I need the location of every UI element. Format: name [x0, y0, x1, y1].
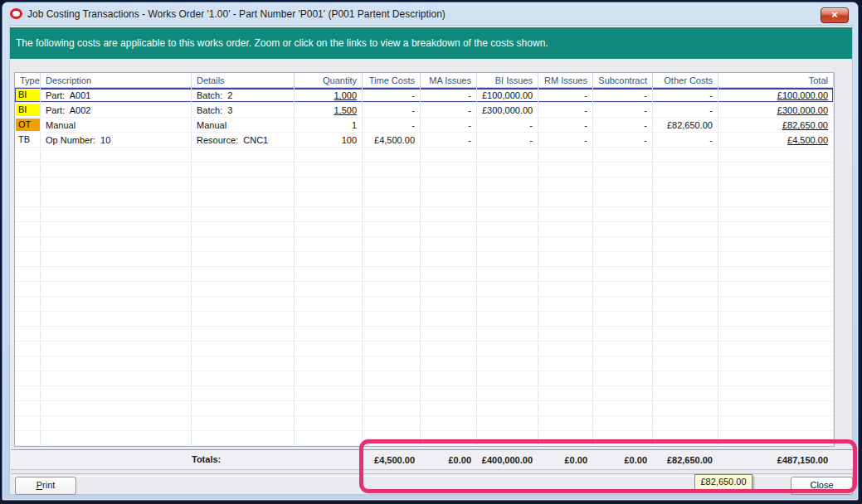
quantity-link[interactable]: 1,500	[334, 105, 357, 115]
empty-cell	[477, 267, 538, 282]
quantity-link[interactable]: 1,000	[334, 90, 357, 100]
empty-cell	[363, 356, 421, 371]
empty-cell	[477, 148, 538, 162]
empty-cell	[593, 356, 653, 371]
cell-rm_issues: -	[538, 133, 593, 148]
empty-cell	[718, 237, 834, 252]
cell-subcontract: -	[593, 118, 653, 133]
column-header-time_costs: Time Costs	[363, 73, 421, 88]
empty-cell	[421, 431, 477, 446]
empty-cell	[718, 267, 834, 282]
empty-cell	[421, 148, 477, 162]
window-close-button[interactable]: ×	[821, 7, 849, 23]
empty-cell	[593, 386, 653, 401]
empty-cell	[295, 177, 363, 192]
empty-cell	[41, 312, 192, 327]
cell-quantity: 1,000	[295, 88, 363, 103]
cell-time_costs: £4,500.00	[363, 133, 421, 148]
empty-cell	[538, 282, 593, 297]
total-link[interactable]: £100,000.00	[777, 90, 828, 100]
empty-cell	[363, 342, 421, 356]
empty-cell	[363, 177, 421, 192]
empty-cell	[295, 252, 363, 267]
empty-cell	[295, 162, 363, 177]
cell-description: Part: A002	[41, 103, 192, 118]
cell-total: £4,500.00	[718, 133, 834, 148]
dialog-client-area: The following costs are applicable to th…	[9, 25, 853, 495]
empty-cell	[192, 431, 295, 446]
empty-row	[15, 252, 834, 267]
table-row[interactable]: OTManualManual1-----£82,650.00£82,650.00	[15, 118, 834, 133]
empty-row	[15, 282, 834, 297]
empty-cell	[15, 327, 41, 342]
total-link[interactable]: £4,500.00	[787, 135, 828, 145]
total-link[interactable]: £82,650.00	[782, 120, 828, 130]
column-header-total: Total	[718, 73, 834, 88]
empty-cell	[477, 327, 538, 342]
empty-cell	[192, 177, 295, 192]
cell-rm_issues: -	[538, 88, 593, 103]
print-button[interactable]: Print	[15, 477, 76, 495]
column-header-subcontract: Subcontract	[593, 73, 653, 88]
table-row[interactable]: TBOp Number: 10Resource: CNC1100£4,500.0…	[15, 133, 834, 148]
close-icon: ×	[831, 8, 838, 21]
table-row[interactable]: BIPart: A001Batch: 21,000--£100,000.00--…	[15, 88, 834, 103]
empty-cell	[295, 282, 363, 297]
empty-cell	[15, 192, 41, 207]
empty-cell	[421, 222, 477, 237]
empty-cell	[593, 148, 653, 162]
empty-cell	[295, 416, 363, 431]
total-other_costs: £82,650.00	[652, 453, 718, 468]
cell-type: BI	[15, 88, 41, 103]
empty-cell	[192, 222, 295, 237]
empty-row	[15, 342, 834, 356]
empty-cell	[41, 207, 192, 222]
empty-cell	[421, 252, 477, 267]
total-link[interactable]: £300,000.00	[777, 105, 828, 115]
empty-cell	[192, 401, 295, 416]
empty-cell	[593, 431, 653, 446]
empty-cell	[718, 342, 834, 356]
empty-cell	[15, 237, 41, 252]
empty-cell	[15, 222, 41, 237]
empty-cell	[477, 342, 538, 356]
empty-cell	[421, 297, 477, 312]
empty-cell	[41, 267, 192, 282]
empty-row	[15, 327, 834, 342]
empty-cell	[718, 356, 834, 371]
empty-cell	[593, 207, 653, 222]
window-titlebar[interactable]: Job Costing Transactions - Works Order '…	[2, 2, 858, 25]
empty-cell	[295, 342, 363, 356]
table-row[interactable]: BIPart: A002Batch: 31,500--£300,000.00--…	[15, 103, 834, 118]
empty-cell	[653, 148, 718, 162]
empty-cell	[41, 192, 192, 207]
empty-cell	[653, 416, 718, 431]
cell-quantity: 1,500	[295, 103, 363, 118]
empty-cell	[477, 431, 538, 446]
cell-description: Part: A001	[41, 88, 192, 103]
close-button[interactable]: Close	[791, 477, 853, 495]
cell-quantity: 1	[295, 118, 363, 133]
cell-other_costs: £82,650.00	[653, 118, 718, 133]
column-header-ma_issues: MA Issues	[421, 73, 477, 88]
cell-total: £100,000.00	[718, 88, 834, 103]
empty-cell	[653, 342, 718, 356]
cell-description: Manual	[41, 118, 192, 133]
empty-cell	[192, 312, 295, 327]
empty-cell	[363, 416, 421, 431]
empty-cell	[718, 416, 834, 431]
empty-cell	[653, 177, 718, 192]
empty-cell	[477, 207, 538, 222]
empty-cell	[192, 192, 295, 207]
empty-cell	[295, 386, 363, 401]
empty-cell	[653, 297, 718, 312]
empty-cell	[593, 252, 653, 267]
empty-cell	[192, 386, 295, 401]
empty-cell	[421, 267, 477, 282]
empty-cell	[295, 431, 363, 446]
empty-cell	[538, 356, 593, 371]
empty-cell	[15, 177, 41, 192]
empty-cell	[421, 207, 477, 222]
empty-cell	[41, 297, 192, 312]
type-code-badge: BI	[16, 89, 40, 101]
